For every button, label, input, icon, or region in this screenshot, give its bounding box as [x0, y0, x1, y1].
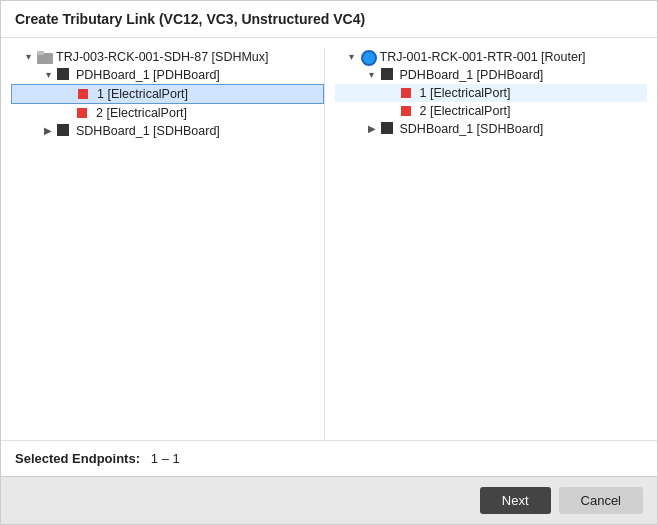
- dialog-title: Create Tributary Link (VC12, VC3, Unstru…: [1, 1, 657, 38]
- left-electrical-port-2-node[interactable]: 2 [ElectricalPort]: [11, 104, 324, 122]
- selected-endpoints-value: 1 – 1: [151, 451, 180, 466]
- left-ep1-icon: [78, 87, 94, 101]
- right-sdhboard-node[interactable]: ▶ SDHBoard_1 [SDHBoard]: [335, 120, 648, 138]
- right-pdhboard-node[interactable]: ▾ PDHBoard_1 [PDHBoard]: [335, 66, 648, 84]
- selected-endpoints-label: Selected Endpoints:: [15, 451, 140, 466]
- right-electrical-port-2-node[interactable]: 2 [ElectricalPort]: [335, 102, 648, 120]
- left-ep1-toggle: [62, 87, 76, 101]
- left-tree-panel: ▾ TRJ-003-RCK-001-SDH-87 [SDHMux] ▾ PDHB…: [11, 48, 324, 440]
- router-icon: [361, 50, 377, 64]
- cancel-button[interactable]: Cancel: [559, 487, 643, 514]
- folder-icon: [37, 50, 53, 64]
- dialog-body: ▾ TRJ-003-RCK-001-SDH-87 [SDHMux] ▾ PDHB…: [1, 38, 657, 476]
- left-root-node[interactable]: ▾ TRJ-003-RCK-001-SDH-87 [SDHMux]: [11, 48, 324, 66]
- right-sdhboard-label: SDHBoard_1 [SDHBoard]: [400, 122, 544, 136]
- left-pdhboard-toggle[interactable]: ▾: [41, 68, 55, 82]
- left-ep2-toggle: [61, 106, 75, 120]
- left-electrical-port-1-node[interactable]: 1 [ElectricalPort]: [11, 84, 324, 104]
- right-pdhboard-toggle[interactable]: ▾: [365, 68, 379, 82]
- dialog-footer: Next Cancel: [1, 476, 657, 524]
- right-ep1-label: 1 [ElectricalPort]: [420, 86, 511, 100]
- left-sdhboard-icon: [57, 124, 73, 138]
- right-sdhboard-icon: [381, 122, 397, 136]
- right-ep1-toggle: [385, 86, 399, 100]
- left-sdhboard-node[interactable]: ▶ SDHBoard_1 [SDHBoard]: [11, 122, 324, 140]
- left-sdhboard-toggle[interactable]: ▶: [41, 124, 55, 138]
- dialog: Create Tributary Link (VC12, VC3, Unstru…: [0, 0, 658, 525]
- next-button[interactable]: Next: [480, 487, 551, 514]
- left-pdhboard-icon: [57, 68, 73, 82]
- right-pdhboard-label: PDHBoard_1 [PDHBoard]: [400, 68, 544, 82]
- svg-rect-1: [37, 51, 44, 55]
- selected-endpoints-bar: Selected Endpoints: 1 – 1: [1, 440, 657, 476]
- right-root-label: TRJ-001-RCK-001-RTR-001 [Router]: [380, 50, 586, 64]
- left-ep2-icon: [77, 106, 93, 120]
- left-ep1-label: 1 [ElectricalPort]: [97, 87, 188, 101]
- left-pdhboard-node[interactable]: ▾ PDHBoard_1 [PDHBoard]: [11, 66, 324, 84]
- left-root-toggle[interactable]: ▾: [21, 50, 35, 64]
- right-ep2-label: 2 [ElectricalPort]: [420, 104, 511, 118]
- left-sdhboard-label: SDHBoard_1 [SDHBoard]: [76, 124, 220, 138]
- right-tree-panel: ▾ TRJ-001-RCK-001-RTR-001 [Router] ▾ PDH…: [324, 48, 648, 440]
- dialog-title-text: Create Tributary Link (VC12, VC3, Unstru…: [15, 11, 365, 27]
- right-electrical-port-1-node[interactable]: 1 [ElectricalPort]: [335, 84, 648, 102]
- right-root-node[interactable]: ▾ TRJ-001-RCK-001-RTR-001 [Router]: [335, 48, 648, 66]
- right-ep1-icon: [401, 86, 417, 100]
- left-root-label: TRJ-003-RCK-001-SDH-87 [SDHMux]: [56, 50, 269, 64]
- tree-area: ▾ TRJ-003-RCK-001-SDH-87 [SDHMux] ▾ PDHB…: [1, 38, 657, 440]
- right-pdhboard-icon: [381, 68, 397, 82]
- right-sdhboard-toggle[interactable]: ▶: [365, 122, 379, 136]
- right-ep2-toggle: [385, 104, 399, 118]
- left-pdhboard-label: PDHBoard_1 [PDHBoard]: [76, 68, 220, 82]
- left-ep2-label: 2 [ElectricalPort]: [96, 106, 187, 120]
- right-ep2-icon: [401, 104, 417, 118]
- right-root-toggle[interactable]: ▾: [345, 50, 359, 64]
